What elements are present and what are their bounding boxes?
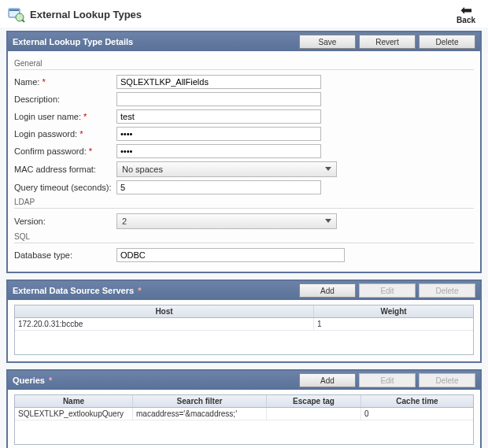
queries-header-title: Queries xyxy=(13,376,45,385)
lookup-types-icon xyxy=(8,6,25,24)
table-row[interactable]: 172.20.0.31:bccbe 1 xyxy=(15,318,473,331)
back-arrow-icon: ⬅ xyxy=(457,5,475,16)
section-general: General xyxy=(14,59,474,70)
query-timeout-input[interactable] xyxy=(116,180,321,194)
queries-grid: Name Search filter Escape tag Cache time… xyxy=(14,394,474,445)
label-confirm-pass: Confirm password: xyxy=(14,146,87,156)
table-row[interactable]: SQLEXTLKP_extlookupQuery macaddress='&ma… xyxy=(15,408,473,420)
label-version: Version: xyxy=(14,217,46,226)
mac-format-select[interactable]: No spaces xyxy=(116,161,337,177)
queries-panel: Queries * Add Edit Delete Name Search fi… xyxy=(6,369,482,448)
col-host[interactable]: Host xyxy=(15,305,314,317)
servers-header-title: External Data Source Servers xyxy=(13,286,134,295)
delete-button[interactable]: Delete xyxy=(419,35,475,49)
col-name[interactable]: Name xyxy=(15,395,133,407)
col-cache[interactable]: Cache time xyxy=(361,395,473,407)
save-button[interactable]: Save xyxy=(299,35,356,49)
servers-panel: External Data Source Servers * Add Edit … xyxy=(6,280,482,363)
svg-line-3 xyxy=(22,20,24,22)
col-weight[interactable]: Weight xyxy=(314,305,473,317)
queries-delete-button[interactable]: Delete xyxy=(419,373,475,387)
version-select[interactable]: 2 xyxy=(116,213,337,229)
queries-edit-button[interactable]: Edit xyxy=(359,373,416,387)
chevron-down-icon xyxy=(325,219,331,223)
label-login-user: Login user name: xyxy=(14,112,81,121)
servers-add-button[interactable]: Add xyxy=(299,283,356,298)
details-panel: External Lookup Type Details Save Revert… xyxy=(6,31,482,273)
label-name: Name: xyxy=(14,77,39,87)
page-title: External Lookup Types xyxy=(30,9,142,20)
db-type-input[interactable] xyxy=(116,248,345,262)
back-button[interactable]: ⬅ Back xyxy=(457,5,480,24)
col-filter[interactable]: Search filter xyxy=(133,395,267,407)
col-escape[interactable]: Escape tag xyxy=(267,395,361,407)
description-input[interactable] xyxy=(116,92,321,106)
confirm-password-input[interactable] xyxy=(116,144,321,158)
label-login-pass: Login password: xyxy=(14,129,77,139)
label-description: Description: xyxy=(14,94,60,104)
label-query-timeout: Query timeout (seconds): xyxy=(14,183,112,192)
section-sql: SQL xyxy=(14,232,474,243)
svg-rect-1 xyxy=(9,9,19,11)
servers-grid: Host Weight 172.20.0.31:bccbe 1 xyxy=(14,305,474,355)
queries-add-button[interactable]: Add xyxy=(299,373,356,387)
revert-button[interactable]: Revert xyxy=(359,35,416,49)
section-ldap: LDAP xyxy=(14,198,474,209)
label-db-type: Database type: xyxy=(14,250,72,260)
chevron-down-icon xyxy=(325,167,331,171)
login-user-input[interactable] xyxy=(116,109,321,124)
name-input[interactable] xyxy=(116,75,321,89)
details-header-title: External Lookup Type Details xyxy=(13,37,296,46)
servers-edit-button[interactable]: Edit xyxy=(359,283,416,298)
label-mac-format: MAC address format: xyxy=(14,165,96,174)
login-password-input[interactable] xyxy=(116,127,321,141)
servers-delete-button[interactable]: Delete xyxy=(419,283,475,298)
